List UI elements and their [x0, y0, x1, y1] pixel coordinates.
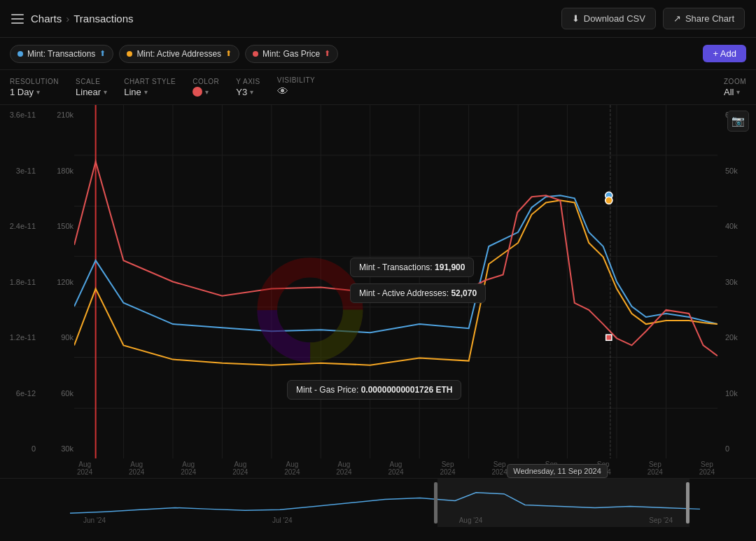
- x-label: Aug2024: [232, 461, 248, 476]
- svg-rect-28: [434, 482, 438, 524]
- resolution-label: Resolution: [10, 78, 59, 85]
- color-control: Color ▾: [192, 78, 219, 97]
- dot-orange: [127, 51, 132, 57]
- y-axis-left: 3.6e-11 3e-11 2.4e-11 1.8e-11 1.2e-11 6e…: [0, 105, 38, 458]
- tab-transactions-export-icon: ⬆: [99, 49, 106, 58]
- color-swatch: [192, 87, 202, 97]
- tab-transactions-label: Mint: Transactions: [27, 49, 95, 59]
- chart-svg: [74, 105, 718, 458]
- visibility-toggle[interactable]: 👁: [277, 85, 315, 98]
- tab-active-addresses[interactable]: Mint: Active Addresses ⬆: [119, 45, 239, 63]
- chart-style-dropdown[interactable]: Line ▾: [124, 87, 176, 97]
- tabs-row: Mint: Transactions ⬆ Mint: Active Addres…: [0, 38, 756, 70]
- visibility-label: Visibility: [277, 76, 315, 84]
- y-axis-label: Y Axis: [236, 78, 260, 85]
- scale-control: Scale Linear ▾: [76, 78, 107, 97]
- breadcrumb-page: Transactions: [74, 13, 133, 24]
- zoom-label: Zoom: [724, 78, 746, 85]
- scale-label: Scale: [76, 78, 107, 85]
- x-label: Aug2024: [284, 461, 300, 476]
- x-label: Aug2024: [181, 461, 196, 476]
- x-label: Aug2024: [129, 461, 144, 476]
- share-chart-button[interactable]: ↗ Share Chart: [663, 8, 745, 29]
- zoom-control: Zoom All ▾: [724, 78, 746, 97]
- y-axis-mid: 210k 180k 150k 120k 90k 60k 30k: [42, 105, 74, 458]
- y-axis-dropdown[interactable]: Y3 ▾: [236, 87, 260, 97]
- top-bar: Charts › Transactions ⬇ Download CSV ↗ S…: [0, 0, 756, 38]
- tab-active-addresses-label: Mint: Active Addresses: [136, 49, 221, 59]
- dot-red: [253, 51, 258, 57]
- y-axis-control: Y Axis Y3 ▾: [236, 78, 260, 97]
- y-axis-right: 60k 50k 40k 30k 20k 10k 0: [721, 105, 756, 458]
- eye-icon: 👁: [277, 85, 288, 98]
- x-label: Sep2024: [648, 461, 663, 476]
- top-bar-left: Charts › Transactions: [11, 13, 134, 24]
- x-label: Aug2024: [77, 461, 92, 476]
- controls-row: Resolution 1 Day ▾ Scale Linear ▾ Chart …: [0, 70, 756, 105]
- chevron-down-icon: ▾: [205, 88, 209, 96]
- chevron-down-icon: ▾: [144, 88, 148, 96]
- share-icon: ↗: [673, 13, 681, 24]
- svg-rect-23: [606, 335, 612, 340]
- download-icon: ⬇: [572, 13, 580, 24]
- scale-dropdown[interactable]: Linear ▾: [76, 87, 107, 97]
- svg-rect-30: [438, 479, 690, 527]
- navigator[interactable]: Jun '24 Jul '24 Aug '24 Sep '24: [0, 478, 756, 527]
- x-label: Aug2024: [336, 461, 351, 476]
- chevron-down-icon: ▾: [36, 88, 40, 96]
- chart-style-control: Chart Style Line ▾: [124, 78, 176, 97]
- tab-gas-price-export-icon: ⬆: [324, 49, 330, 58]
- menu-icon[interactable]: [11, 14, 24, 24]
- x-label: Sep2024: [699, 461, 715, 476]
- chevron-down-icon: ▾: [736, 88, 740, 96]
- color-label: Color: [192, 78, 219, 85]
- visibility-control: Visibility 👁: [277, 76, 315, 98]
- breadcrumb: Charts › Transactions: [31, 13, 134, 24]
- chart-container[interactable]: 3.6e-11 3e-11 2.4e-11 1.8e-11 1.2e-11 6e…: [0, 105, 756, 478]
- download-csv-button[interactable]: ⬇ Download CSV: [561, 8, 656, 29]
- x-axis-labels: Aug2024 Aug2024 Aug2024 Aug2024 Aug2024 …: [74, 458, 718, 478]
- chevron-down-icon: ▾: [250, 88, 253, 96]
- resolution-dropdown[interactable]: 1 Day ▾: [10, 87, 59, 97]
- tab-gas-price[interactable]: Mint: Gas Price ⬆: [245, 45, 338, 63]
- resolution-control: Resolution 1 Day ▾: [10, 78, 59, 97]
- add-metric-button[interactable]: + Add: [703, 45, 746, 62]
- camera-button[interactable]: 📷: [727, 111, 749, 132]
- chevron-down-icon: ▾: [104, 88, 107, 96]
- tab-gas-price-label: Mint: Gas Price: [262, 49, 320, 59]
- date-label: Wednesday, 11 Sep 2024: [507, 464, 608, 478]
- tab-active-addresses-export-icon: ⬆: [225, 49, 232, 58]
- top-bar-right: ⬇ Download CSV ↗ Share Chart: [561, 8, 745, 29]
- tab-transactions[interactable]: Mint: Transactions ⬆: [10, 45, 113, 63]
- dot-blue: [18, 51, 23, 57]
- x-label: Sep2024: [492, 461, 507, 476]
- svg-point-22: [606, 197, 612, 204]
- color-dropdown[interactable]: ▾: [192, 87, 219, 97]
- chart-style-label: Chart Style: [124, 78, 176, 85]
- breadcrumb-root[interactable]: Charts: [31, 13, 62, 24]
- x-label: Sep2024: [440, 461, 455, 476]
- breadcrumb-separator: ›: [66, 13, 69, 24]
- x-label: Aug2024: [388, 461, 403, 476]
- zoom-dropdown[interactable]: All ▾: [724, 87, 746, 97]
- navigator-svg: [0, 479, 756, 527]
